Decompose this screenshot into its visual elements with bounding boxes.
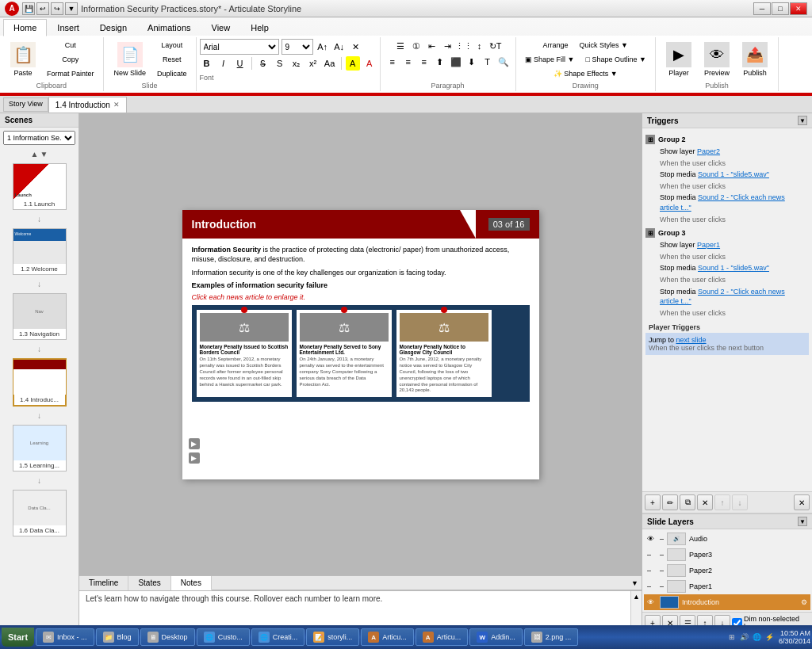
numbering-btn[interactable]: ① bbox=[409, 39, 423, 53]
bullets-btn[interactable]: ☰ bbox=[393, 39, 408, 53]
layer-audio[interactable]: 👁 – 🔊 Audio bbox=[644, 531, 810, 547]
close-btn[interactable]: ✕ bbox=[790, 2, 807, 15]
shadow-btn[interactable]: S bbox=[273, 56, 287, 71]
align-top-btn[interactable]: ⬆ bbox=[433, 55, 447, 69]
tab-help[interactable]: Help bbox=[240, 19, 279, 36]
slide-thumb-1.3[interactable]: Nav 1.3 Navigation bbox=[13, 293, 67, 340]
notes-scroll-up[interactable]: ▲ bbox=[631, 591, 642, 602]
add-trigger-btn[interactable]: + bbox=[645, 494, 661, 510]
taskbar-addin[interactable]: W Addin... bbox=[469, 628, 523, 646]
audio-btn-1[interactable]: ▶ bbox=[189, 438, 200, 449]
news-card-3[interactable]: ⚖ Monetary Penalty Notice to Glasgow Cit… bbox=[396, 310, 492, 397]
font-color-btn[interactable]: A bbox=[362, 56, 377, 71]
slide-tab-introduction[interactable]: 1.4 Introduction ✕ bbox=[48, 97, 127, 113]
copy-button[interactable]: Copy bbox=[43, 53, 98, 66]
sound1-link1[interactable]: Sound 1 - "slide5.wav" bbox=[698, 170, 769, 178]
align-middle-btn[interactable]: ⬛ bbox=[449, 55, 463, 69]
undo-btn[interactable]: ↩ bbox=[36, 2, 49, 15]
layer-introduction[interactable]: 👁 Introduction ⚙ bbox=[644, 594, 810, 610]
scroll-down-btn[interactable]: ▼ bbox=[40, 150, 48, 158]
quick-styles-button[interactable]: Quick Styles ▼ bbox=[576, 39, 632, 52]
notes-scroll-btn[interactable]: ▼ bbox=[628, 576, 642, 590]
italic-btn[interactable]: I bbox=[216, 56, 231, 71]
taskbar-desktop[interactable]: 🖥 Desktop bbox=[140, 628, 195, 646]
paper1-link[interactable]: Paper1 bbox=[697, 241, 720, 249]
font-name-select[interactable]: Arial bbox=[200, 39, 279, 55]
tab-notes[interactable]: Notes bbox=[171, 576, 212, 590]
scroll-up-btn[interactable]: ▲ bbox=[31, 150, 39, 158]
layer-paper2[interactable]: – – Paper2 bbox=[644, 563, 810, 578]
taskbar-png[interactable]: 🖼 2.png ... bbox=[524, 628, 579, 646]
align-left-btn[interactable]: ≡ bbox=[385, 55, 400, 69]
paste-button[interactable]: 📋 Paste bbox=[5, 40, 41, 79]
taskbar-custom[interactable]: 🌐 Custo... bbox=[197, 628, 250, 646]
decrease-font-btn[interactable]: A↓ bbox=[332, 40, 347, 54]
duplicate-trigger-btn[interactable]: ⧉ bbox=[680, 494, 695, 510]
clear-format-btn[interactable]: ✕ bbox=[349, 40, 363, 54]
bold-btn[interactable]: B bbox=[200, 56, 214, 71]
align-right-btn[interactable]: ≡ bbox=[417, 55, 431, 69]
decrease-indent-btn[interactable]: ⇤ bbox=[425, 39, 439, 53]
slide-thumb-1.2[interactable]: Welcome 1.2 Welcome bbox=[13, 228, 67, 275]
paper2-link[interactable]: Paper2 bbox=[697, 147, 720, 155]
taskbar-inbox[interactable]: ✉ Inbox - ... bbox=[36, 628, 94, 646]
start-button[interactable]: Start bbox=[2, 628, 34, 647]
audio-btn-2[interactable]: ▶ bbox=[189, 452, 200, 464]
tab-home[interactable]: Home bbox=[3, 19, 47, 36]
find-text-btn[interactable]: 🔍 bbox=[496, 55, 511, 69]
player-button[interactable]: ▶ Player bbox=[661, 40, 697, 79]
story-view-button[interactable]: Story View bbox=[3, 97, 48, 112]
strikethrough-btn[interactable]: S̶ bbox=[256, 56, 270, 71]
quick-access-btn[interactable]: 💾 bbox=[22, 2, 35, 15]
slide-thumb-1.1[interactable]: Launch 1.1 Launch bbox=[13, 163, 67, 210]
more-btn[interactable]: ▼ bbox=[65, 2, 78, 15]
increase-indent-btn[interactable]: ⇥ bbox=[441, 39, 455, 53]
arrange-button[interactable]: Arrange bbox=[539, 39, 573, 52]
scene-select[interactable]: 1 Information Se... bbox=[3, 131, 75, 145]
tab-states[interactable]: States bbox=[128, 576, 170, 590]
trigger-options-btn[interactable]: ✕ bbox=[794, 494, 810, 510]
move-up-trigger-btn[interactable]: ↑ bbox=[714, 494, 730, 510]
news-card-2[interactable]: ⚖ Monetary Penalty Served to Sony Entert… bbox=[297, 310, 392, 397]
layer-paper3[interactable]: – – Paper3 bbox=[644, 547, 810, 563]
cut-button[interactable]: Cut bbox=[43, 39, 98, 52]
edit-trigger-btn[interactable]: ✏ bbox=[662, 494, 678, 510]
news-card-1[interactable]: ⚖ Monetary Penalty Issued to Scottish Bo… bbox=[197, 310, 292, 397]
move-down-trigger-btn[interactable]: ↓ bbox=[732, 494, 748, 510]
taskbar-blog[interactable]: 📁 Blog bbox=[96, 628, 139, 646]
text-direction-btn[interactable]: ↻T bbox=[488, 39, 503, 53]
restore-btn[interactable]: □ bbox=[772, 2, 789, 15]
slide-thumb-1.5[interactable]: Learning 1.5 Learning... bbox=[13, 425, 67, 471]
subscript-btn[interactable]: x₂ bbox=[289, 56, 304, 71]
tab-insert[interactable]: Insert bbox=[47, 19, 90, 36]
layer-paper1[interactable]: – – Paper1 bbox=[644, 578, 810, 594]
align-center-btn[interactable]: ≡ bbox=[401, 55, 416, 69]
redo-btn[interactable]: ↪ bbox=[51, 2, 63, 15]
taskbar-articu2[interactable]: A Articu... bbox=[416, 628, 469, 646]
tab-timeline[interactable]: Timeline bbox=[79, 576, 128, 590]
shape-outline-btn[interactable]: □ Shape Outline ▼ bbox=[582, 53, 650, 66]
delete-trigger-btn[interactable]: ✕ bbox=[697, 494, 713, 510]
duplicate-button[interactable]: Duplicate bbox=[153, 67, 191, 80]
sound1-link2[interactable]: Sound 1 - "slide5.wav" bbox=[698, 264, 769, 272]
format-painter-button[interactable]: Format Painter bbox=[43, 67, 98, 80]
line-spacing-btn[interactable]: ↕ bbox=[473, 39, 487, 53]
tab-view[interactable]: View bbox=[201, 19, 241, 36]
align-text-btn[interactable]: T bbox=[481, 55, 495, 69]
next-slide-link[interactable]: next slide bbox=[676, 336, 707, 344]
taskbar-articu1[interactable]: A Articu... bbox=[361, 628, 414, 646]
publish-button[interactable]: 📤 Publish bbox=[737, 40, 773, 79]
highlight-color-btn[interactable]: A bbox=[346, 56, 360, 71]
new-slide-button[interactable]: 📄 New Slide bbox=[109, 40, 152, 79]
underline-btn[interactable]: U bbox=[233, 56, 247, 71]
shape-fill-btn[interactable]: ▣ Shape Fill ▼ bbox=[521, 53, 579, 66]
columns-btn[interactable]: ⋮⋮ bbox=[457, 39, 471, 53]
case-btn[interactable]: Aa bbox=[323, 56, 337, 71]
tab-design[interactable]: Design bbox=[90, 19, 137, 36]
tab-animations[interactable]: Animations bbox=[137, 19, 201, 36]
increase-font-btn[interactable]: A↑ bbox=[316, 40, 330, 54]
triggers-panel-btn[interactable]: ▼ bbox=[798, 116, 807, 125]
preview-button[interactable]: 👁 Preview bbox=[699, 40, 735, 79]
shape-effects-btn[interactable]: ✨ Shape Effects ▼ bbox=[550, 67, 622, 80]
superscript-btn[interactable]: x² bbox=[306, 56, 320, 71]
